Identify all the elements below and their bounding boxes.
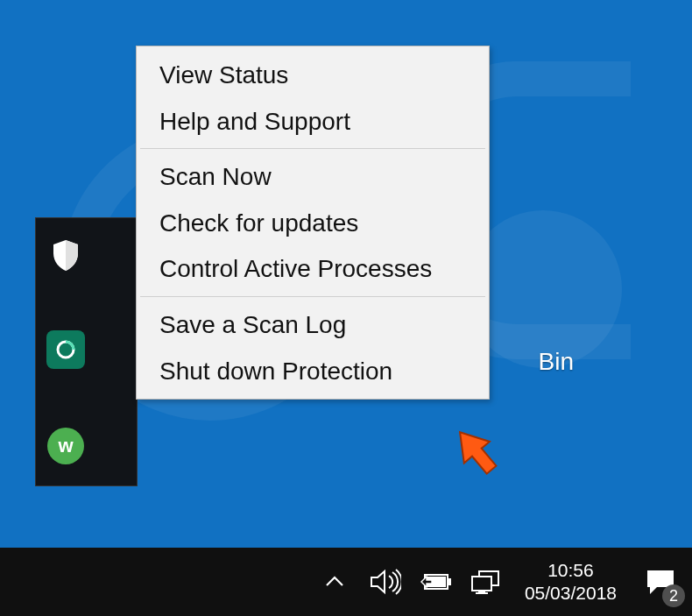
tray-app-icon[interactable] bbox=[46, 330, 85, 369]
menu-shut-down-protection[interactable]: Shut down Protection bbox=[137, 348, 489, 394]
menu-separator bbox=[140, 296, 485, 297]
menu-separator bbox=[140, 148, 485, 149]
battery-icon[interactable] bbox=[411, 548, 462, 616]
network-icon[interactable] bbox=[462, 548, 512, 616]
desktop-area: w Bin View Status Help and Support Scan … bbox=[0, 0, 692, 616]
clock-date: 05/03/2018 bbox=[525, 582, 617, 605]
menu-help-support[interactable]: Help and Support bbox=[137, 98, 489, 145]
tray-chevron-up-icon[interactable] bbox=[309, 548, 360, 616]
action-center-icon[interactable]: 2 bbox=[629, 548, 692, 616]
volume-icon[interactable] bbox=[360, 548, 411, 616]
menu-control-processes[interactable]: Control Active Processes bbox=[137, 245, 489, 292]
svg-rect-8 bbox=[476, 592, 488, 594]
defender-shield-icon[interactable] bbox=[46, 236, 85, 274]
svg-rect-6 bbox=[472, 577, 491, 591]
notification-badge: 2 bbox=[662, 584, 685, 607]
recycle-bin-label: Bin bbox=[539, 348, 574, 376]
clock-time: 10:56 bbox=[547, 559, 594, 582]
svg-rect-7 bbox=[478, 591, 485, 592]
menu-save-scan-log[interactable]: Save a Scan Log bbox=[137, 301, 489, 348]
menu-view-status[interactable]: View Status bbox=[137, 52, 489, 98]
tray-overflow-panel[interactable]: w bbox=[35, 217, 138, 486]
taskbar: 10:56 05/03/2018 2 bbox=[0, 548, 692, 616]
pointer-arrow-icon bbox=[447, 422, 508, 484]
tray-context-menu: View Status Help and Support Scan Now Ch… bbox=[136, 46, 490, 400]
menu-scan-now[interactable]: Scan Now bbox=[137, 153, 489, 200]
svg-rect-3 bbox=[448, 578, 451, 585]
menu-check-updates[interactable]: Check for updates bbox=[137, 200, 489, 246]
tray-app-icon[interactable]: w bbox=[46, 427, 85, 465]
taskbar-clock[interactable]: 10:56 05/03/2018 bbox=[512, 559, 629, 605]
